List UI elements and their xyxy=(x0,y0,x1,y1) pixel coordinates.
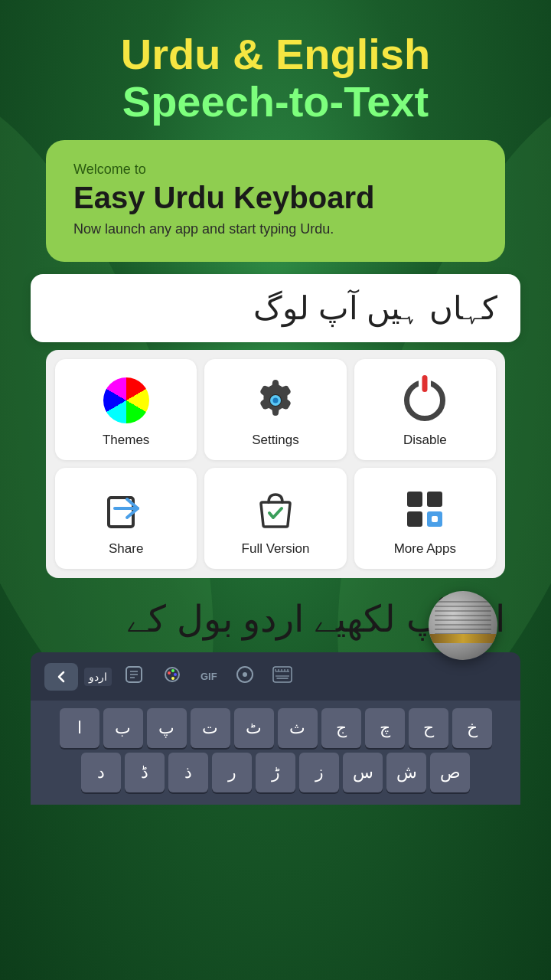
themes-button[interactable]: Themes xyxy=(55,359,197,460)
full-version-icon xyxy=(251,485,300,534)
themes-label: Themes xyxy=(103,433,149,448)
app-name-label: Easy Urdu Keyboard xyxy=(73,181,478,215)
svg-rect-6 xyxy=(427,492,442,507)
palette-icon[interactable] xyxy=(156,662,188,691)
key-tha[interactable]: ث xyxy=(278,708,318,748)
disable-icon xyxy=(400,376,449,425)
key-alef[interactable]: ا xyxy=(60,708,99,748)
welcome-card: Welcome to Easy Urdu Keyboard Now launch… xyxy=(46,140,505,262)
settings-button[interactable]: Settings xyxy=(204,359,346,460)
hero-line1: Urdu & English xyxy=(121,31,430,78)
keyboard-back-button[interactable] xyxy=(44,663,78,691)
svg-rect-5 xyxy=(407,492,422,507)
key-pa[interactable]: پ xyxy=(147,708,187,748)
urdu-keyboard-icon[interactable]: اردو xyxy=(84,668,112,686)
svg-point-2 xyxy=(272,398,278,403)
key-seen[interactable]: س xyxy=(343,753,383,792)
key-ra[interactable]: ر xyxy=(212,753,252,792)
more-apps-label: More Apps xyxy=(394,541,456,557)
key-row-2: د ڈ ذ ر ڑ ز س ش ص xyxy=(37,753,514,792)
key-row-1: ا ب پ ت ٹ ث ج چ ح خ xyxy=(37,708,514,748)
settings-label: Settings xyxy=(252,433,298,448)
more-apps-button[interactable]: More Apps xyxy=(354,468,496,569)
themes-icon xyxy=(102,376,151,425)
disable-label: Disable xyxy=(403,433,447,448)
svg-point-17 xyxy=(174,673,177,676)
mic-button[interactable] xyxy=(429,591,513,675)
welcome-to-label: Welcome to xyxy=(73,162,478,178)
feature-grid: Themes Settings xyxy=(46,350,505,578)
gif-icon[interactable]: GIF xyxy=(194,668,223,685)
hero-title: Urdu & English Speech-to-Text xyxy=(121,31,430,125)
urdu-input-text: کہاں ہیں آپ لوگ xyxy=(54,289,497,327)
key-ddal[interactable]: ڈ xyxy=(125,753,165,792)
key-zain[interactable]: ز xyxy=(299,753,339,792)
key-jeem[interactable]: ج xyxy=(321,708,361,748)
key-tta[interactable]: ٹ xyxy=(234,708,274,748)
key-ta[interactable]: ت xyxy=(191,708,230,748)
keyboard-keys: ا ب پ ت ٹ ث ج چ ح خ د ڈ ذ ر ڑ ز س ش ص xyxy=(31,701,520,805)
more-apps-icon xyxy=(400,485,449,534)
full-version-label: Full Version xyxy=(242,541,310,557)
svg-rect-7 xyxy=(407,511,422,527)
full-version-button[interactable]: Full Version xyxy=(204,468,346,569)
key-chay[interactable]: چ xyxy=(365,708,405,748)
svg-point-15 xyxy=(168,671,171,675)
share-button[interactable]: Share xyxy=(55,468,197,569)
urdu-input-box[interactable]: کہاں ہیں آپ لوگ xyxy=(31,274,520,342)
key-ba[interactable]: ب xyxy=(103,708,143,748)
share-icon xyxy=(102,485,151,534)
settings-toolbar-icon[interactable] xyxy=(230,662,260,691)
disable-button[interactable]: Disable xyxy=(354,359,496,460)
key-zal[interactable]: ذ xyxy=(168,753,208,792)
key-hah[interactable]: ح xyxy=(409,708,448,748)
key-khah[interactable]: خ xyxy=(452,708,492,748)
keyboard-layout-icon[interactable] xyxy=(266,663,298,690)
hero-line2: Speech-to-Text xyxy=(121,78,430,126)
tagline-label: Now launch any app and start typing Urdu… xyxy=(73,221,478,237)
svg-point-20 xyxy=(243,672,247,677)
key-rra[interactable]: ڑ xyxy=(256,753,295,792)
sticker-icon[interactable] xyxy=(118,662,150,691)
svg-rect-9 xyxy=(432,516,438,522)
svg-rect-21 xyxy=(273,667,292,682)
key-dal[interactable]: د xyxy=(81,753,121,792)
key-sheen[interactable]: ش xyxy=(386,753,426,792)
share-label: Share xyxy=(109,541,143,557)
speech-section: اب آپ لکھیے اردو بول کے xyxy=(31,586,520,652)
svg-point-18 xyxy=(171,677,174,680)
svg-point-16 xyxy=(171,669,174,672)
settings-icon xyxy=(251,376,300,425)
key-sad[interactable]: ص xyxy=(430,753,470,792)
